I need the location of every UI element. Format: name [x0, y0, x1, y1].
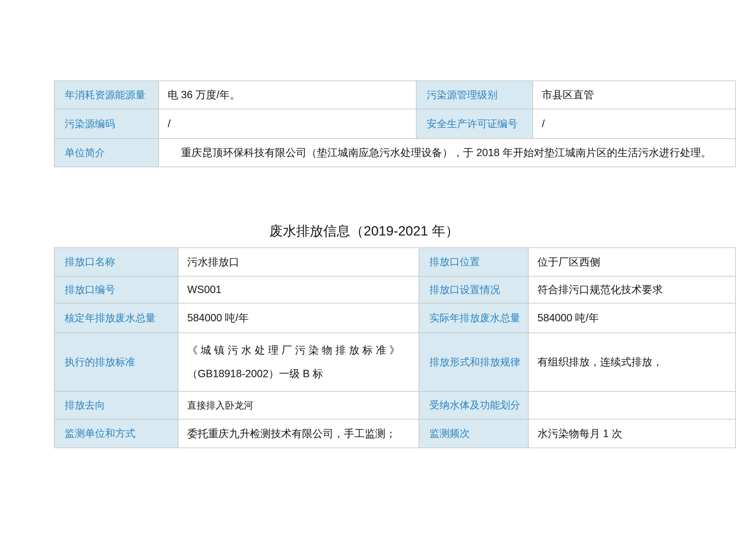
- table-row: 排放口名称 污水排放口 排放口位置 位于厂区西侧: [54, 248, 735, 276]
- label-approved-annual-wastewater-total: 核定年排放废水总量: [54, 303, 178, 333]
- value-safety-production-license-number: /: [533, 109, 735, 139]
- company-info-table: 年消耗资源能源量 电 36 万度/年。 污染源管理级别 市县区直管 污染源编码 …: [54, 80, 736, 167]
- label-company-profile: 单位简介: [54, 139, 159, 167]
- value-approved-annual-wastewater-total: 584000 吨/年: [178, 303, 419, 333]
- value-pollution-source-management-level: 市县区直管: [533, 81, 735, 109]
- value-monitoring-unit-and-method: 委托重庆九升检测技术有限公司，手工监测；: [178, 419, 419, 448]
- value-outlet-setup-status: 符合排污口规范化技术要求: [528, 276, 735, 303]
- table-row: 年消耗资源能源量 电 36 万度/年。 污染源管理级别 市县区直管: [54, 81, 735, 109]
- value-pollution-source-code: /: [159, 109, 416, 139]
- table-row: 核定年排放废水总量 584000 吨/年 实际年排放废水总量 584000 吨/…: [54, 303, 735, 333]
- label-actual-annual-wastewater-total: 实际年排放废水总量: [419, 303, 528, 333]
- label-outlet-name: 排放口名称: [54, 248, 178, 276]
- value-annual-energy-consumption: 电 36 万度/年。: [159, 81, 416, 109]
- value-company-profile: 重庆昆顶环保科技有限公司（垫江城南应急污水处理设备），于 2018 年开始对垫江…: [159, 139, 735, 167]
- table-row: 排放口编号 WS001 排放口设置情况 符合排污口规范化技术要求: [54, 276, 735, 303]
- label-outlet-setup-status: 排放口设置情况: [419, 276, 528, 303]
- label-outlet-location: 排放口位置: [419, 248, 528, 276]
- label-receiving-water-body-and-function: 受纳水体及功能划分: [419, 391, 528, 419]
- label-monitoring-unit-and-method: 监测单位和方式: [54, 419, 178, 448]
- value-discharge-destination: 直接排入卧龙河: [178, 391, 419, 419]
- value-actual-annual-wastewater-total: 584000 吨/年: [528, 303, 735, 333]
- wastewater-discharge-table: 排放口名称 污水排放口 排放口位置 位于厂区西侧 排放口编号 WS001 排放口…: [54, 247, 736, 448]
- value-outlet-number: WS001: [178, 276, 419, 303]
- value-outlet-location: 位于厂区西侧: [528, 248, 735, 276]
- discharge-standard-line2: （GB18918-2002）一级 B 标: [187, 362, 412, 386]
- label-discharge-standard: 执行的排放标准: [54, 333, 178, 391]
- document-page: 年消耗资源能源量 电 36 万度/年。 污染源管理级别 市县区直管 污染源编码 …: [0, 0, 756, 534]
- discharge-standard-line1: 《城镇污水处理厂污染物排放标准》: [187, 339, 412, 362]
- label-pollution-source-code: 污染源编码: [54, 109, 159, 139]
- table-row: 单位简介 重庆昆顶环保科技有限公司（垫江城南应急污水处理设备），于 2018 年…: [54, 139, 735, 167]
- section-title-wastewater-discharge-info: 废水排放信息（2019-2021 年）: [269, 221, 459, 240]
- label-discharge-form-and-pattern: 排放形式和排放规律: [419, 333, 528, 391]
- label-safety-production-license-number: 安全生产许可证编号: [416, 109, 533, 139]
- value-outlet-name: 污水排放口: [178, 248, 419, 276]
- label-pollution-source-management-level: 污染源管理级别: [416, 81, 533, 109]
- label-annual-energy-consumption: 年消耗资源能源量: [54, 81, 159, 109]
- value-receiving-water-body-and-function: [528, 391, 735, 419]
- value-discharge-standard: 《城镇污水处理厂污染物排放标准》 （GB18918-2002）一级 B 标: [178, 333, 419, 391]
- table-row: 污染源编码 / 安全生产许可证编号 /: [54, 109, 735, 139]
- label-discharge-destination: 排放去向: [54, 391, 178, 419]
- value-discharge-form-and-pattern: 有组织排放，连续式排放，: [528, 333, 735, 391]
- label-monitoring-frequency: 监测频次: [419, 419, 528, 448]
- value-monitoring-frequency: 水污染物每月 1 次: [528, 419, 735, 448]
- table-row: 执行的排放标准 《城镇污水处理厂污染物排放标准》 （GB18918-2002）一…: [54, 333, 735, 391]
- label-outlet-number: 排放口编号: [54, 276, 178, 303]
- table-row: 排放去向 直接排入卧龙河 受纳水体及功能划分: [54, 391, 735, 419]
- table-row: 监测单位和方式 委托重庆九升检测技术有限公司，手工监测； 监测频次 水污染物每月…: [54, 419, 735, 448]
